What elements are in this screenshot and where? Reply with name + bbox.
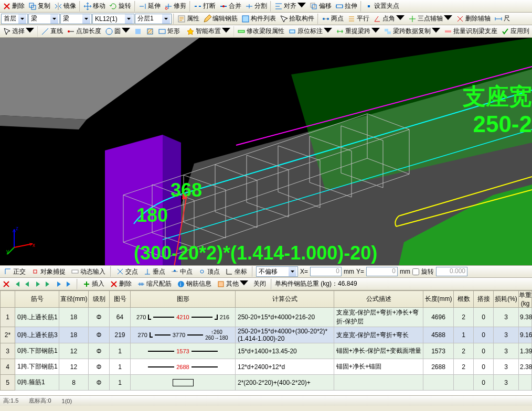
split-button[interactable]: 分割 [243,1,269,12]
delete-aux-button[interactable]: 删除辅轴 [454,13,492,25]
cell[interactable]: 9.165 [519,327,532,343]
column-header[interactable]: 图号 [110,291,131,308]
perpendicular-snap[interactable]: 垂点 [142,266,167,277]
insert-button[interactable]: 插入 [81,278,106,290]
x-input[interactable]: 0 [310,267,342,276]
cell[interactable]: 64 [110,308,131,327]
edit-rebar-button[interactable]: 编辑钢筋 [201,13,239,25]
cell[interactable]: 1 [110,343,131,359]
cell[interactable]: 4696 [423,308,454,327]
column-header[interactable]: 根数 [454,291,474,308]
column-header[interactable]: 损耗(%) [494,291,519,308]
cell[interactable]: 3 [494,308,519,327]
cell[interactable] [334,375,423,391]
y-input[interactable]: 0 [366,267,398,276]
dyn-input-toggle[interactable]: 动态输入 [69,266,107,277]
smart-place-button[interactable]: 智能布置 [185,26,232,37]
category-combo[interactable]: 梁 [28,14,60,24]
column-header[interactable]: 图形 [131,291,236,308]
cell[interactable]: 0跨.上通长筋3 [15,327,59,343]
cell[interactable]: 锚固+净长+锚固 [334,359,423,375]
cell[interactable]: 锚固+净长-保护层+变截面增量 [334,343,423,359]
hatch-button[interactable] [144,26,156,37]
cell[interactable]: 9.381 [519,308,532,327]
cell[interactable]: 0 [474,375,494,391]
rotate-checkbox[interactable] [412,268,419,275]
cell[interactable]: 0 [474,343,494,359]
cell[interactable]: 250-20+15*d+4000+216-20 [236,308,334,327]
cell[interactable]: 3 [494,343,519,359]
osnap-toggle[interactable]: 对象捕捉 [29,266,67,277]
cell[interactable] [519,375,532,391]
orig-label-button[interactable]: 原位标注 [286,26,334,37]
cell[interactable]: 219 [110,327,131,343]
apex-snap[interactable]: 顶点 [196,266,221,277]
column-header[interactable]: 直径(mm) [59,291,89,308]
midpoint-snap[interactable]: 中点 [169,266,194,277]
scale-bar-button[interactable]: 缩尺配筋 [135,278,173,290]
ortho-toggle[interactable]: 正交 [2,266,27,277]
cell[interactable]: 18 [59,327,89,343]
apply-button[interactable]: 应用到 [499,26,531,37]
cell[interactable]: 2 [454,343,474,359]
column-header[interactable]: 长度(mm) [423,291,454,308]
close-button[interactable]: 关闭 [252,278,268,290]
break-button[interactable]: 打断 [192,1,217,12]
attr-button[interactable]: 属性 [176,13,201,25]
cell[interactable]: 4 [1,359,15,375]
cell[interactable]: 12 [59,343,89,359]
line-button[interactable]: 直线 [39,26,65,37]
cell[interactable]: 0 [474,327,494,343]
cell[interactable] [454,375,474,391]
cell[interactable]: 2688 [423,359,454,375]
delete-button[interactable]: 删除 [1,1,26,12]
cell[interactable]: 1 [110,375,131,391]
cell[interactable]: Φ [89,359,110,375]
mirror-button[interactable]: 镜像 [52,1,78,12]
cell[interactable]: 12 [59,359,89,375]
offset-button[interactable]: 偏移 [308,1,333,12]
table-row[interactable]: 50跨.箍筋18Φ12*(200-2*20)+(400-2*20)+03 [1,375,532,391]
cell[interactable]: 3 [1,343,15,359]
shape-cell[interactable]: 2688 [131,359,236,375]
cell[interactable]: 0跨.箍筋1 [15,375,59,391]
cell[interactable]: 支座宽-保护层+弯折+净长+弯折-保护层 [334,308,423,327]
shape-cell[interactable]: 2703770↑260260→180 [131,327,236,343]
no-offset-combo[interactable]: 不偏移 [256,266,298,277]
type-combo[interactable]: 梁 [60,14,92,24]
cell[interactable]: 2*(200-2*20)+(400-2*20)+ [236,375,334,391]
three-aux-button[interactable]: 三点辅轴 [407,13,454,25]
cell[interactable]: 8 [59,375,89,391]
set-grip-button[interactable]: 设置夹点 [363,1,401,12]
column-header[interactable]: 搭接 [474,291,494,308]
rebar-grid[interactable]: 筋号直径(mm)级别图号图形计算公式公式描述长度(mm)根数搭接损耗(%)单重(… [0,290,532,395]
cell[interactable]: 4588 [423,327,454,343]
pick-member-button[interactable]: 拾取构件 [278,13,316,25]
span-data-copy-button[interactable]: 梁跨数据复制 [382,26,442,37]
point-length-button[interactable]: 点加长度 [65,26,103,37]
cell[interactable]: 18 [59,308,89,327]
cell[interactable]: Φ [89,343,110,359]
column-header[interactable]: 筋号 [15,291,59,308]
last2-button[interactable] [65,280,73,288]
member-combo[interactable]: KL12(1) [92,14,134,24]
delete-row-button[interactable]: 删除 [108,278,133,290]
dimension-button[interactable]: 尺 [493,13,512,25]
align-button[interactable]: 对齐 [273,1,307,12]
cell[interactable]: 0 [474,359,494,375]
table-row[interactable]: 10跨.上通长筋118Φ642704210216250-20+15*d+4000… [1,308,532,327]
floor-combo[interactable]: 首层 [1,14,28,24]
model-viewport[interactable]: 368 180 (300-20*2)*(1.414-1.000)-20) 支座宽… [0,38,532,265]
cell[interactable]: 2 [454,359,474,375]
rect-button[interactable]: 矩形 [156,26,182,37]
cell[interactable]: 3 [494,327,519,343]
close-x-icon[interactable] [2,280,10,288]
rotate-input[interactable]: 0.000 [436,267,467,276]
cell[interactable]: 250-20+15*d+4000+(300-20*2)*(1.414-1.000… [236,327,334,343]
rebar-info-button[interactable]: i钢筋信息 [175,278,213,290]
cell[interactable]: 2* [1,327,15,343]
cell[interactable]: 0 [474,308,494,327]
cell[interactable] [423,375,454,391]
member-list-button[interactable]: 构件列表 [240,13,278,25]
table-row[interactable]: 30跨.下部钢筋112Φ1157315*d+1400+13.45-20锚固+净长… [1,343,532,359]
